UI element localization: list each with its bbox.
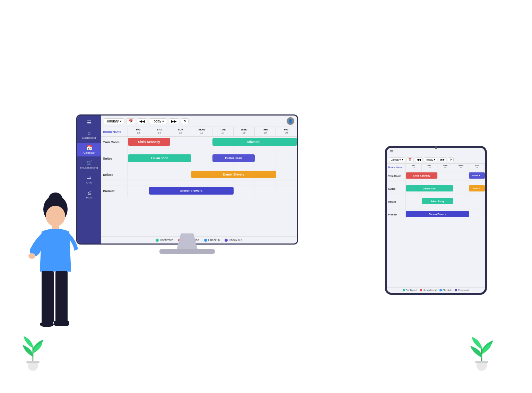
calendar-icon-btn[interactable]: 📅 bbox=[126, 118, 135, 124]
day-header-mon16: MON16 bbox=[191, 127, 212, 136]
tablet-hamburger[interactable]: ☰ bbox=[387, 148, 485, 156]
tab-twin-row: Twin Room Chris Kennedy Butler J… bbox=[387, 171, 485, 181]
tab-suites-row: Suites Lillian John Daniel S… bbox=[387, 184, 485, 194]
sidebar-item-ota[interactable]: ⇄ OTA bbox=[77, 173, 101, 186]
svg-rect-9 bbox=[26, 361, 40, 363]
calendar-label: Calendar bbox=[84, 151, 95, 154]
tab-cal-header: Room Name FRI13 SAT14 SUN15 MON16 bbox=[387, 164, 485, 171]
tab-legend-checkout: Check-out bbox=[455, 289, 469, 291]
monitor-main: January ▾ 📅 ◀◀ Today ▾ ▶▶ ↻ 👤 bbox=[101, 116, 297, 244]
tablet-container: ☰ January ▾ 📅 ◀◀ Today ▾ ▶▶ ↻ bbox=[385, 146, 492, 298]
tab-next-btn[interactable]: ▶▶ bbox=[439, 157, 446, 162]
hamburger-icon[interactable]: ☰ bbox=[86, 118, 93, 127]
svg-point-4 bbox=[28, 253, 35, 259]
month-selector[interactable]: January ▾ bbox=[104, 118, 124, 124]
twin-room-row: Twin Room Chris Kennedy bbox=[101, 137, 297, 148]
tab-booking-butler-jean[interactable]: Butler J… bbox=[469, 172, 485, 179]
suites-row: Suites Lillian John Butler Jean bbox=[101, 153, 297, 164]
monitor-screen-inner: ☰ ⌂ Dashboard 📅 Calendar 🛒 Housekeeping bbox=[77, 116, 297, 244]
legend-confirmed: Confirmed bbox=[156, 238, 173, 242]
tab-premier-label: Premier bbox=[387, 210, 406, 219]
day-header-sun15: SUN15 bbox=[170, 127, 191, 136]
tab-refresh-btn[interactable]: ↻ bbox=[448, 157, 454, 162]
booking-butler-jean[interactable]: Butler Jean bbox=[212, 154, 255, 162]
sidebar-item-housekeeping[interactable]: 🛒 Housekeeping bbox=[77, 158, 101, 171]
booking-daniel-shively[interactable]: Daniel Shively bbox=[191, 171, 276, 178]
tablet-frame: ☰ January ▾ 📅 ◀◀ Today ▾ ▶▶ ↻ bbox=[385, 146, 487, 295]
tablet-legend: Confirmed Unconfirmed Check-in Check-out bbox=[387, 287, 485, 293]
today-btn[interactable]: Today ▾ bbox=[149, 118, 167, 124]
calendar-icon: 📅 bbox=[86, 145, 92, 151]
tab-month-selector[interactable]: January ▾ bbox=[389, 157, 405, 162]
tab-day-sat14: SAT14 bbox=[422, 164, 438, 171]
next-nav-btn[interactable]: ▶▶ bbox=[169, 118, 179, 124]
tab-twin-label: Twin Room bbox=[387, 171, 406, 180]
twin-room-sub-row bbox=[101, 148, 297, 153]
tab-prev-btn[interactable]: ◀◀ bbox=[415, 157, 422, 162]
suites-sub-row bbox=[101, 164, 297, 169]
booking-lillian-john[interactable]: Lillian John bbox=[128, 154, 191, 162]
booking-chris-kennedy[interactable]: Chris Kennedy bbox=[128, 138, 170, 146]
svg-point-2 bbox=[49, 193, 62, 205]
sidebar-item-dashboard[interactable]: ⌂ Dashboard bbox=[77, 128, 101, 142]
day-header-thu19: THU19 bbox=[255, 127, 276, 136]
svg-point-7 bbox=[40, 322, 54, 327]
monitor-base bbox=[159, 249, 215, 254]
booking-steven-powers[interactable]: Steven Powers bbox=[149, 187, 234, 195]
ota-icon: ⇄ bbox=[87, 175, 91, 180]
tab-booking-daniel-shively[interactable]: Daniel S… bbox=[469, 185, 485, 191]
tablet-screen: ☰ January ▾ 📅 ◀◀ Today ▾ ▶▶ ↻ bbox=[387, 148, 485, 293]
prev-nav-btn[interactable]: ◀◀ bbox=[137, 118, 147, 124]
tab-cal-icon-btn[interactable]: 📅 bbox=[407, 157, 413, 162]
sidebar-item-calendar[interactable]: 📅 Calendar bbox=[77, 143, 101, 156]
day-header-fri20: FRI20 bbox=[276, 127, 297, 136]
tab-day-mon16: MON16 bbox=[453, 164, 469, 171]
tab-legend-confirmed: Confirmed bbox=[403, 289, 417, 291]
today-label: Today bbox=[152, 119, 162, 123]
user-avatar[interactable]: 👤 bbox=[287, 117, 294, 125]
housekeeping-icon: 🛒 bbox=[86, 160, 92, 165]
tab-premier-row: Premier Steven Powers bbox=[387, 210, 485, 219]
tab-booking-adam-ricky[interactable]: Adam Ricky bbox=[422, 198, 453, 204]
premier-label: Premier bbox=[101, 186, 128, 197]
svg-rect-8 bbox=[54, 321, 69, 326]
refresh-btn[interactable]: ↻ bbox=[181, 118, 189, 124]
day-header-fri13: FRI13 bbox=[128, 127, 149, 136]
monitor-legend: Confirmed Unconfirmed Check-in Chec bbox=[101, 236, 297, 244]
suites-label: Suites bbox=[101, 153, 128, 164]
plant-left bbox=[17, 333, 49, 372]
room-name-header: Room Name bbox=[101, 127, 128, 136]
premier-row: Premier Steven Powers bbox=[101, 186, 297, 197]
booking-adam-ricky-twin[interactable]: Adam Ri… bbox=[212, 138, 297, 146]
tablet-calendar: Room Name FRI13 SAT14 SUN15 MON16 bbox=[387, 164, 485, 293]
day-header-sat14: SAT14 bbox=[149, 127, 170, 136]
ota-label: OTA bbox=[86, 181, 92, 184]
legend-checkout: Check-out bbox=[225, 238, 242, 242]
monitor-calendar: Room Name FRI13 SAT14 SUN15 bbox=[101, 127, 297, 244]
monitor-container: ☰ ⌂ Dashboard 📅 Calendar 🛒 Housekeeping bbox=[76, 114, 305, 260]
deluxe-label: Deluxe bbox=[101, 169, 128, 180]
legend-checkin: Check-in bbox=[204, 238, 220, 242]
twin-room-label: Twin Room bbox=[101, 137, 128, 148]
tab-suites-label: Suites bbox=[387, 184, 406, 193]
svg-rect-11 bbox=[475, 361, 488, 363]
deluxe-sub-row bbox=[101, 181, 297, 186]
tab-booking-steven-powers[interactable]: Steven Powers bbox=[406, 211, 469, 217]
day-header-tue17: TUE17 bbox=[212, 127, 234, 136]
tab-day-fri13: FRI13 bbox=[406, 164, 422, 171]
tablet-camera bbox=[435, 146, 437, 149]
monitor-screen: ☰ ⌂ Dashboard 📅 Calendar 🛒 Housekeeping bbox=[76, 114, 298, 245]
tab-deluxe-row: Deluxe Adam Ricky bbox=[387, 197, 485, 206]
tab-booking-lillian-john[interactable]: Lillian John bbox=[406, 185, 453, 191]
tab-day-tue17: TUE17 bbox=[469, 164, 485, 171]
cal-header-row: Room Name FRI13 SAT14 SUN15 bbox=[101, 127, 297, 137]
svg-rect-5 bbox=[42, 271, 54, 323]
svg-rect-6 bbox=[55, 271, 68, 323]
tab-today-btn[interactable]: Today ▾ bbox=[424, 157, 438, 162]
person-illustration bbox=[21, 188, 90, 355]
tab-legend-unconfirmed: Unconfirmed bbox=[420, 289, 437, 291]
month-label: January bbox=[106, 119, 119, 123]
tab-booking-chris-kennedy[interactable]: Chris Kennedy bbox=[406, 172, 437, 179]
housekeeping-label: Housekeeping bbox=[80, 166, 98, 169]
plant-right bbox=[466, 333, 497, 372]
